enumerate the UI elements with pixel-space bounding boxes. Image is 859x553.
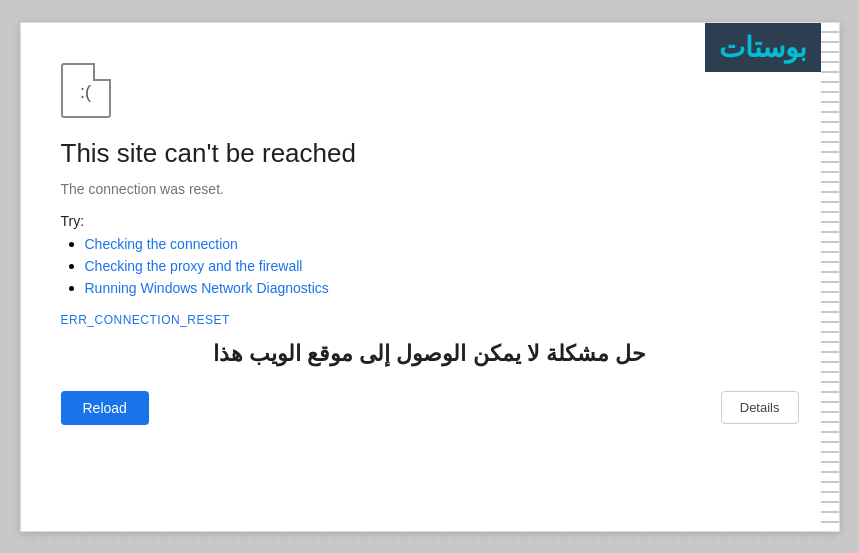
browser-window: بوستات :( This site can't be reached The… [20, 22, 840, 532]
details-button[interactable]: Details [721, 391, 799, 424]
buttons-row: Reload Details [61, 391, 799, 425]
list-item: Running Windows Network Diagnostics [85, 279, 799, 297]
checking-connection-link[interactable]: Checking the connection [85, 236, 238, 252]
error-title: This site can't be reached [61, 138, 799, 169]
try-label: Try: [61, 213, 799, 229]
list-item: Checking the proxy and the firewall [85, 257, 799, 275]
checking-proxy-link[interactable]: Checking the proxy and the firewall [85, 258, 303, 274]
logo-badge: بوستات [705, 23, 821, 72]
suggestions-list: Checking the connection Checking the pro… [61, 235, 799, 297]
error-icon-face: :( [80, 82, 91, 103]
list-item: Checking the connection [85, 235, 799, 253]
error-subtitle: The connection was reset. [61, 181, 799, 197]
error-icon: :( [61, 63, 111, 118]
arabic-heading: حل مشكلة لا يمكن الوصول إلى موقع الويب ه… [61, 341, 799, 367]
browser-content: :( This site can't be reached The connec… [21, 23, 839, 531]
running-diagnostics-link[interactable]: Running Windows Network Diagnostics [85, 280, 329, 296]
reload-button[interactable]: Reload [61, 391, 149, 425]
error-icon-container: :( [61, 63, 799, 118]
error-code: ERR_CONNECTION_RESET [61, 313, 799, 327]
